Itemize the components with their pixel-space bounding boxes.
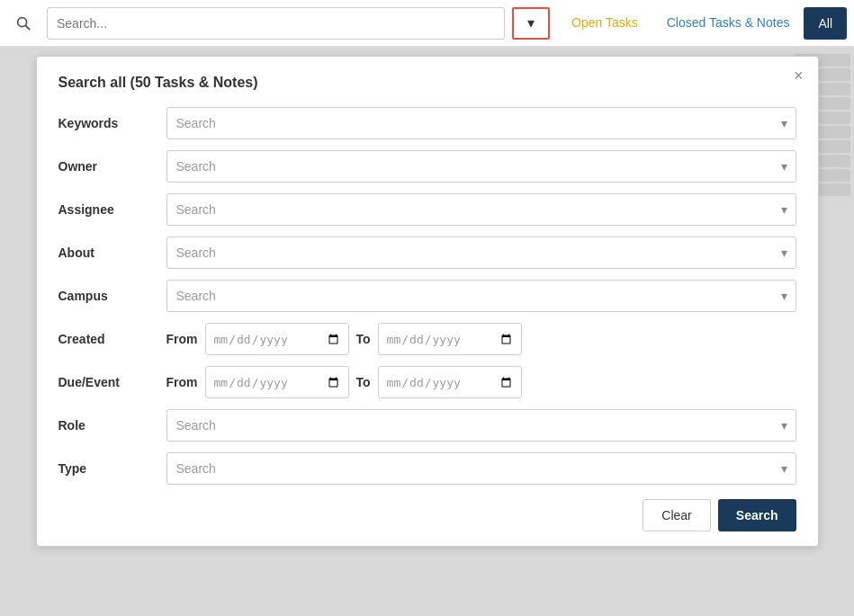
svg-point-0	[18, 17, 27, 26]
keywords-select[interactable]: Search	[166, 107, 796, 139]
role-select-wrapper: Search	[166, 409, 796, 442]
due-event-control: From To	[166, 366, 796, 398]
due-event-label: Due/Event	[58, 375, 166, 389]
created-date-section: From To	[166, 323, 796, 355]
search-input-wrap	[47, 7, 505, 40]
search-button[interactable]: Search	[718, 499, 796, 531]
top-bar: ▾ Open Tasks Closed Tasks & Notes All	[0, 0, 854, 47]
search-icon-button[interactable]	[7, 7, 40, 40]
assignee-label: Assignee	[58, 202, 166, 217]
tab-all[interactable]: All	[804, 7, 847, 40]
tab-open-tasks[interactable]: Open Tasks	[557, 7, 652, 40]
campus-control: Search	[166, 280, 796, 312]
tab-closed-tasks[interactable]: Closed Tasks & Notes	[652, 7, 805, 40]
owner-select-wrapper: Search	[166, 150, 796, 183]
due-from-date[interactable]	[205, 366, 349, 398]
type-select[interactable]: Search	[166, 452, 796, 485]
modal-close-button[interactable]: ×	[794, 67, 804, 84]
assignee-control: Search	[166, 193, 796, 226]
owner-control: Search	[166, 150, 796, 183]
due-to-date[interactable]	[378, 366, 522, 398]
about-select[interactable]: Search	[166, 237, 796, 269]
role-control: Search	[166, 409, 796, 442]
assignee-select-wrapper: Search	[166, 193, 796, 226]
about-label: About	[58, 246, 166, 260]
keywords-control: Search	[166, 107, 796, 139]
campus-row: Campus Search	[58, 280, 796, 312]
due-from-label: From	[166, 375, 198, 389]
clear-button[interactable]: Clear	[643, 499, 710, 531]
search-modal: Search all (50 Tasks & Notes) × Keywords…	[36, 56, 819, 547]
campus-select[interactable]: Search	[166, 280, 796, 312]
created-control: From To	[166, 323, 796, 355]
type-control: Search	[166, 452, 796, 485]
assignee-select[interactable]: Search	[166, 193, 796, 226]
type-label: Type	[58, 461, 166, 476]
role-label: Role	[58, 418, 166, 433]
role-select[interactable]: Search	[166, 409, 796, 442]
owner-label: Owner	[58, 159, 166, 174]
keywords-label: Keywords	[58, 116, 166, 130]
svg-line-1	[25, 25, 30, 30]
role-row: Role Search	[58, 409, 796, 442]
tab-group: Open Tasks Closed Tasks & Notes All	[557, 0, 847, 46]
campus-label: Campus	[58, 289, 166, 303]
created-from-date[interactable]	[205, 323, 349, 355]
owner-row: Owner Search	[58, 150, 796, 183]
created-label: Created	[58, 332, 166, 346]
about-row: About Search	[58, 237, 796, 269]
created-to-label: To	[356, 332, 371, 346]
owner-select[interactable]: Search	[166, 150, 796, 183]
keywords-select-wrapper: Search	[166, 107, 796, 139]
assignee-row: Assignee Search	[58, 193, 796, 226]
about-select-wrapper: Search	[166, 237, 796, 269]
modal-overlay: Search all (50 Tasks & Notes) × Keywords…	[0, 47, 854, 616]
due-to-label: To	[356, 375, 371, 389]
modal-title: Search all (50 Tasks & Notes)	[58, 75, 796, 91]
type-row: Type Search	[58, 452, 796, 485]
due-event-date-section: From To	[166, 366, 796, 398]
created-row: Created From To	[58, 323, 796, 355]
chevron-down-icon: ▾	[527, 14, 535, 31]
created-from-label: From	[166, 332, 198, 346]
about-control: Search	[166, 237, 796, 269]
campus-select-wrapper: Search	[166, 280, 796, 312]
due-event-row: Due/Event From To	[58, 366, 796, 398]
created-to-date[interactable]	[378, 323, 522, 355]
type-select-wrapper: Search	[166, 452, 796, 485]
modal-footer: Clear Search	[58, 499, 796, 531]
keywords-row: Keywords Search	[58, 107, 796, 139]
search-input[interactable]	[47, 7, 505, 40]
dropdown-button[interactable]: ▾	[512, 7, 550, 40]
